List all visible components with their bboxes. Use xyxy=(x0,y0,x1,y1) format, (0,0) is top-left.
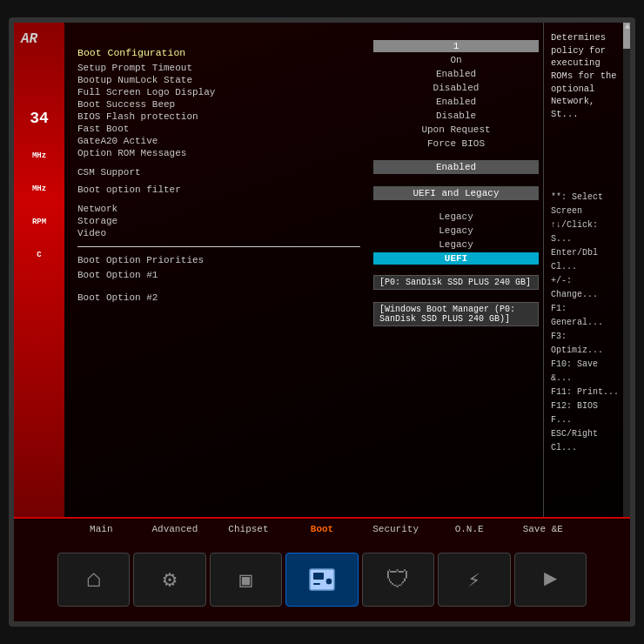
shortcut-f10: F10: Save &... xyxy=(551,358,623,386)
lightning-icon: ⚡ xyxy=(468,567,480,593)
boot-disk-icon xyxy=(306,564,338,595)
tab-security[interactable]: Security xyxy=(359,522,433,536)
tab-one[interactable]: O.N.E xyxy=(433,522,506,536)
svg-rect-1 xyxy=(313,573,324,580)
nav-icon-save[interactable]: ► xyxy=(514,553,587,607)
nav-icon-main[interactable]: ⌂ xyxy=(57,553,130,607)
boot-option-1-row[interactable]: Boot Option #1 xyxy=(77,270,360,280)
setting-row-boot-priorities-header: Boot Option Priorities xyxy=(77,254,360,266)
monitor: AR 34 MHz MHz RPM C Boot Configuration S… xyxy=(9,17,635,627)
setting-row-fastboot[interactable]: Fast Boot xyxy=(77,123,360,135)
shortcut-enter: Enter/Dbl Cl... xyxy=(551,246,623,274)
shortcut-select-item: ↑↓/Click: S... xyxy=(551,218,623,246)
setting-name-beep: Boot Success Beep xyxy=(77,99,360,110)
setting-name-video: Video xyxy=(77,228,360,238)
setting-row-flash[interactable]: BIOS Flash protection xyxy=(77,111,360,123)
gear-icon: ⚙ xyxy=(163,566,177,594)
nav-icon-security[interactable]: 🛡 xyxy=(362,553,434,607)
shortcut-f12: F12: BIOS F... xyxy=(551,399,623,427)
nav-tabs: Main Advanced Chipset Boot Security O.N.… xyxy=(14,519,630,538)
setting-name-csm: CSM Support xyxy=(77,167,360,178)
tab-main[interactable]: Main xyxy=(64,522,138,536)
boot-option-1-label: Boot Option #1 xyxy=(77,270,191,280)
chip-icon: ▣ xyxy=(239,567,252,593)
section-boot-config: Boot Configuration xyxy=(77,47,360,58)
setting-row-video[interactable]: Video xyxy=(77,227,360,239)
save-icon: ► xyxy=(543,567,557,593)
scroll-arrow-up[interactable]: ▲ xyxy=(625,23,630,31)
value-boot1[interactable]: [P0: SanDisk SSD PLUS 240 GB] xyxy=(373,275,539,290)
tab-save[interactable]: Save &E xyxy=(506,522,580,536)
settings-panel: Boot Configuration Setup Prompt Timeout … xyxy=(64,23,369,517)
main-content: Boot Configuration Setup Prompt Timeout … xyxy=(64,23,630,517)
setting-row-option-rom[interactable]: Option ROM Messages xyxy=(77,147,360,159)
value-flash: Enabled xyxy=(373,96,539,108)
bios-logo: AR xyxy=(21,31,37,47)
setting-name-network: Network xyxy=(77,204,360,214)
setting-row-gatea20[interactable]: GateA20 Active xyxy=(77,135,360,147)
shortcut-esc: ESC/Right Cl... xyxy=(551,427,623,455)
side-label-rpm: RPM xyxy=(32,218,46,226)
setting-name-setup-prompt: Setup Prompt Timeout xyxy=(77,63,360,73)
nav-icon-one[interactable]: ⚡ xyxy=(438,553,510,607)
setting-row-beep[interactable]: Boot Success Beep xyxy=(77,98,360,111)
setting-row-csm[interactable]: CSM Support xyxy=(77,166,360,178)
shield-icon: 🛡 xyxy=(386,565,410,594)
side-label-mhz1: MHz xyxy=(32,151,46,160)
value-beep: Disabled xyxy=(373,82,539,94)
tab-chipset[interactable]: Chipset xyxy=(211,522,285,536)
setting-name-gatea20: GateA20 Active xyxy=(77,136,360,146)
setting-name-fastboot: Fast Boot xyxy=(77,124,360,134)
setting-row-logo[interactable]: Full Screen Logo Display xyxy=(77,86,360,98)
value-boot2[interactable]: [Windows Boot Manager (P0: SanDisk SSD P… xyxy=(373,302,539,326)
setting-name-storage: Storage xyxy=(77,216,360,226)
value-csm[interactable]: Enabled xyxy=(373,160,539,174)
value-logo: Enabled xyxy=(373,68,539,80)
value-setup-prompt: 1 xyxy=(373,40,539,52)
side-label-mhz2: MHz xyxy=(32,184,46,193)
setting-name-numlock: Bootup NumLock State xyxy=(77,75,360,85)
shortcut-f11: F11: Print... xyxy=(551,386,623,399)
svg-rect-3 xyxy=(313,583,320,585)
nav-icon-boot[interactable] xyxy=(285,553,358,607)
value-fastboot: Disable xyxy=(373,110,539,122)
help-panel: ▲ Determines policy for executing ROMs f… xyxy=(543,23,630,517)
help-shortcuts: **: Select Screen ↑↓/Click: S... Enter/D… xyxy=(551,191,623,455)
setting-row-numlock[interactable]: Bootup NumLock State xyxy=(77,74,360,86)
value-uefi: UEFI xyxy=(373,252,539,265)
setting-name-flash: BIOS Flash protection xyxy=(77,111,360,122)
value-video: Legacy xyxy=(373,238,539,251)
help-description: Determines policy for executing ROMs for… xyxy=(551,31,623,121)
boot-option-2-label: Boot Option #2 xyxy=(77,292,191,303)
nav-icon-advanced[interactable]: ⚙ xyxy=(133,553,205,607)
tab-advanced[interactable]: Advanced xyxy=(138,522,212,536)
setting-row-storage[interactable]: Storage xyxy=(77,215,360,227)
setting-name-option-rom: Option ROM Messages xyxy=(77,148,360,158)
values-panel: 1 On Enabled Disabled Enabled Disable Up… xyxy=(369,23,543,517)
setting-row-boot-filter[interactable]: Boot option filter xyxy=(77,184,360,196)
nav-bar: Main Advanced Chipset Boot Security O.N.… xyxy=(14,517,630,621)
value-numlock: On xyxy=(373,54,539,66)
value-storage: Legacy xyxy=(373,225,539,237)
scrollbar-track: ▲ xyxy=(623,23,630,517)
shortcut-f3: F3: Optimiz... xyxy=(551,330,623,358)
setting-name-boot-priorities: Boot Option Priorities xyxy=(77,255,360,265)
separator xyxy=(77,246,360,247)
shortcut-f1: F1: General... xyxy=(551,302,623,330)
nav-icon-chipset[interactable]: ▣ xyxy=(210,553,282,607)
value-option-rom: Force BIOS xyxy=(373,138,539,150)
side-number: 34 xyxy=(30,110,49,127)
bios-screen: AR 34 MHz MHz RPM C Boot Configuration S… xyxy=(14,23,630,621)
side-label-c: C xyxy=(37,251,41,259)
setting-row-network[interactable]: Network xyxy=(77,203,360,215)
setting-row-setup-prompt[interactable]: Setup Prompt Timeout xyxy=(77,62,360,74)
value-network: Legacy xyxy=(373,211,539,223)
value-boot-filter[interactable]: UEFI and Legacy xyxy=(373,186,539,200)
shortcut-change: +/-: Change... xyxy=(551,274,623,302)
nav-icons: ⌂ ⚙ ▣ 🛡 xyxy=(14,538,630,621)
setting-name-logo: Full Screen Logo Display xyxy=(77,87,360,97)
boot-option-2-row[interactable]: Boot Option #2 xyxy=(77,292,360,303)
svg-point-2 xyxy=(325,578,332,585)
setting-name-boot-filter: Boot option filter xyxy=(77,184,360,195)
tab-boot[interactable]: Boot xyxy=(285,522,359,536)
